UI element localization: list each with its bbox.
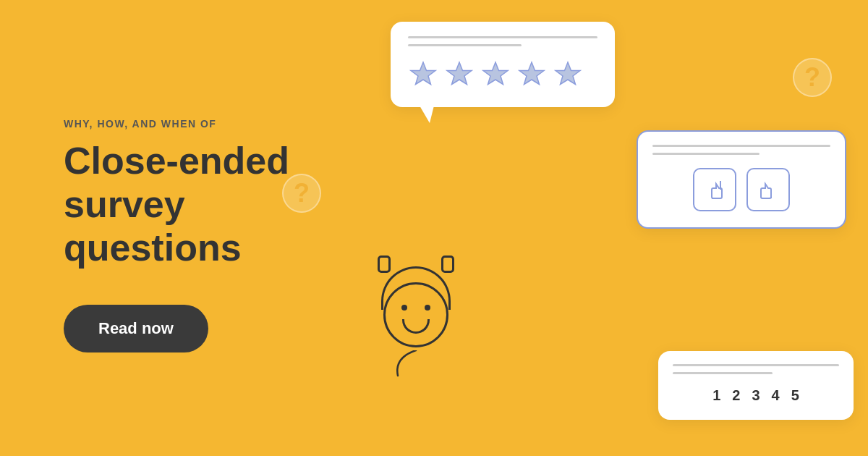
question-mark-left: ?: [282, 174, 321, 213]
card-line-2: [408, 44, 522, 46]
number-1: 1: [712, 387, 720, 404]
smiley-smile: [402, 319, 430, 334]
svg-marker-1: [447, 62, 472, 85]
numbers-card-line1: [673, 364, 839, 366]
star-3: [480, 59, 511, 90]
numbers-card-line2: [673, 372, 773, 374]
smiley-container: [369, 282, 463, 376]
number-3: 3: [752, 387, 760, 404]
number-5: 5: [791, 387, 799, 404]
page-container: WHY, HOW, AND WHEN OF Close-ended survey…: [0, 0, 868, 456]
svg-marker-0: [411, 62, 435, 85]
thumbs-down-box: [693, 168, 736, 211]
thumbs-card: [637, 130, 846, 229]
thumbs-down-icon: [703, 178, 726, 201]
svg-marker-4: [556, 62, 580, 85]
title-line1: Close-ended: [64, 140, 289, 182]
numbers-card: 1 2 3 4 5: [658, 351, 854, 420]
card-line-1: [408, 36, 597, 38]
star-5: [553, 59, 583, 90]
read-now-button[interactable]: Read now: [64, 305, 208, 352]
stars-row: [408, 59, 597, 90]
smiley-eye-right: [425, 305, 430, 311]
right-section: 1 2 3 4 5: [347, 0, 868, 456]
star-1: [408, 59, 438, 90]
headphone-left: [378, 256, 391, 273]
subtitle: WHY, HOW, AND WHEN OF: [64, 118, 347, 130]
thumbs-card-line2: [652, 153, 760, 155]
svg-marker-3: [519, 62, 544, 85]
thumbs-card-line1: [652, 145, 830, 147]
headphone-right: [441, 256, 454, 273]
thumbs-up-box: [746, 168, 790, 211]
star-4: [516, 59, 547, 90]
numbers-row: 1 2 3 4 5: [673, 387, 839, 404]
star-2: [444, 59, 475, 90]
headphone-cord: [387, 350, 445, 379]
smiley-face: [383, 282, 448, 347]
thumbs-row: [652, 168, 830, 211]
svg-marker-2: [483, 62, 508, 85]
thumbs-up-icon: [757, 178, 780, 201]
number-2: 2: [732, 387, 740, 404]
stars-card: [391, 22, 615, 107]
number-4: 4: [772, 387, 780, 404]
title-line2: survey questions: [64, 183, 242, 269]
smiley-eye-left: [401, 305, 407, 311]
left-section: WHY, HOW, AND WHEN OF Close-ended survey…: [0, 104, 347, 352]
